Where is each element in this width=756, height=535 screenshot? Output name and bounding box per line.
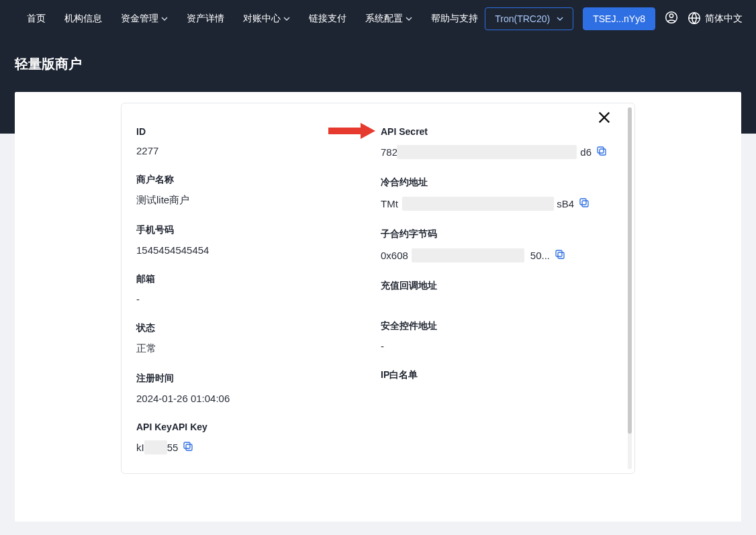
value-api-key: kI55: [136, 440, 367, 454]
value-status: 正常: [136, 342, 367, 355]
nav-pay-link[interactable]: 链接支付: [309, 13, 346, 25]
field-id: ID 2277: [136, 126, 367, 156]
svg-rect-4: [184, 442, 190, 448]
label-cold-contract: 冷合约地址: [381, 177, 612, 189]
content-panel: ID 2277 商户名称 测试lite商户 手机号码 1545454545454…: [15, 92, 741, 522]
copy-icon[interactable]: [596, 145, 608, 159]
field-email: 邮箱 -: [136, 273, 367, 305]
label-phone: 手机号码: [136, 224, 367, 236]
copy-icon[interactable]: [578, 197, 590, 211]
masked-value: 782d6: [381, 146, 592, 158]
detail-left-column: ID 2277 商户名称 测试lite商户 手机号码 1545454545454…: [136, 117, 367, 454]
nav-right: Tron(TRC20) TSEJ...nYy8 简体中文: [485, 7, 743, 30]
value-merchant-name: 测试lite商户: [136, 194, 367, 207]
svg-rect-7: [598, 147, 604, 153]
copy-icon[interactable]: [554, 248, 566, 262]
value-phone: 1545454545454: [136, 244, 367, 256]
field-api-secret: API Secret 782d6: [381, 126, 612, 159]
scrollbar-thumb[interactable]: [628, 107, 632, 434]
label-ip-whitelist: IP白名单: [381, 369, 612, 381]
user-icon[interactable]: [665, 11, 678, 27]
masked-value: TMtsB4: [381, 198, 574, 209]
field-status: 状态 正常: [136, 322, 367, 355]
chevron-down-icon: [283, 13, 290, 24]
label-deposit-callback: 充值回调地址: [381, 280, 612, 292]
value-email: -: [136, 293, 367, 305]
chevron-down-icon: [557, 13, 563, 24]
field-merchant-name: 商户名称 测试lite商户: [136, 174, 367, 207]
label-reg-time: 注册时间: [136, 373, 367, 385]
field-cold-contract: 冷合约地址 TMtsB4: [381, 177, 612, 211]
close-icon: [597, 110, 612, 125]
field-api-key: API KeyAPI Key kI55: [136, 422, 367, 454]
nav-reconcile[interactable]: 对账中心: [243, 13, 290, 25]
field-reg-time: 注册时间 2024-01-26 01:04:06: [136, 373, 367, 404]
page-title: 轻量版商户: [15, 55, 741, 73]
value-deposit-callback: [381, 300, 612, 303]
svg-point-1: [669, 14, 673, 17]
svg-rect-6: [600, 149, 606, 155]
label-merchant-name: 商户名称: [136, 174, 367, 186]
value-reg-time: 2024-01-26 01:04:06: [136, 393, 367, 404]
field-ip-whitelist: IP白名单: [381, 369, 612, 392]
nav-sys-config[interactable]: 系统配置: [365, 13, 412, 25]
chevron-down-icon: [406, 13, 412, 24]
value-cold-contract: TMtsB4: [381, 197, 612, 211]
label-security-addr: 安全控件地址: [381, 320, 612, 332]
language-select[interactable]: 简体中文: [688, 11, 743, 27]
label-id: ID: [136, 126, 367, 137]
value-sub-bytecode: 0x60850...: [381, 248, 612, 262]
value-api-secret: 782d6: [381, 145, 612, 159]
label-api-key: API KeyAPI Key: [136, 422, 367, 432]
wallet-button[interactable]: TSEJ...nYy8: [583, 7, 655, 30]
chevron-down-icon: [161, 13, 168, 24]
nav-org-info[interactable]: 机构信息: [64, 13, 102, 25]
field-deposit-callback: 充值回调地址: [381, 280, 612, 303]
label-email: 邮箱: [136, 273, 367, 285]
chain-select-button[interactable]: Tron(TRC20): [485, 7, 573, 30]
top-nav: 首页 机构信息 资金管理 资产详情 对账中心 链接支付 系统配置 帮助与支持 T…: [0, 0, 756, 38]
globe-icon: [688, 11, 701, 27]
nav-home[interactable]: 首页: [27, 13, 46, 25]
svg-rect-8: [582, 201, 588, 207]
close-button[interactable]: [597, 110, 612, 128]
detail-right-column: API Secret 782d6 冷合约地址: [381, 117, 612, 454]
value-ip-whitelist: [381, 389, 612, 392]
field-security-addr: 安全控件地址 -: [381, 320, 612, 352]
svg-rect-3: [186, 444, 192, 450]
masked-value: kI55: [136, 442, 178, 453]
nav-fund-mgmt[interactable]: 资金管理: [121, 13, 168, 25]
copy-icon[interactable]: [182, 440, 194, 454]
label-api-secret: API Secret: [381, 126, 612, 137]
field-phone: 手机号码 1545454545454: [136, 224, 367, 256]
nav-help[interactable]: 帮助与支持: [431, 13, 478, 25]
nav-asset-detail[interactable]: 资产详情: [187, 13, 224, 25]
label-sub-bytecode: 子合约字节码: [381, 228, 612, 240]
svg-rect-10: [558, 252, 564, 258]
value-security-addr: -: [381, 340, 612, 352]
value-id: 2277: [136, 145, 367, 156]
svg-rect-11: [556, 250, 562, 256]
masked-value: 0x60850...: [381, 250, 550, 261]
modal-scrollbar[interactable]: [628, 107, 632, 469]
nav-left: 首页 机构信息 资金管理 资产详情 对账中心 链接支付 系统配置 帮助与支持: [27, 13, 478, 25]
label-status: 状态: [136, 322, 367, 334]
svg-rect-9: [580, 199, 586, 205]
merchant-detail-modal: ID 2277 商户名称 测试lite商户 手机号码 1545454545454…: [121, 103, 635, 474]
field-sub-bytecode: 子合约字节码 0x60850...: [381, 228, 612, 262]
